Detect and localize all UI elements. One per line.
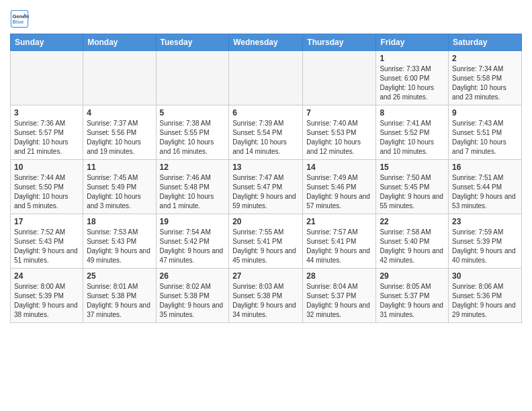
weekday-header-sunday: Sunday (11, 34, 83, 51)
day-info: Sunrise: 7:53 AMSunset: 5:43 PMDaylight:… (87, 228, 152, 265)
calendar-table: SundayMondayTuesdayWednesdayThursdayFrid… (10, 34, 522, 323)
day-info: Sunrise: 8:05 AMSunset: 5:37 PMDaylight:… (380, 282, 445, 320)
day-number: 10 (14, 163, 79, 172)
day-info: Sunrise: 8:01 AMSunset: 5:38 PMDaylight:… (87, 282, 152, 320)
calendar-cell (303, 51, 376, 105)
day-info: Sunrise: 7:55 AMSunset: 5:41 PMDaylight:… (232, 228, 299, 265)
calendar-cell: 29Sunrise: 8:05 AMSunset: 5:37 PMDayligh… (376, 269, 449, 323)
calendar-cell: 28Sunrise: 8:04 AMSunset: 5:37 PMDayligh… (303, 269, 376, 323)
day-info: Sunrise: 7:46 AMSunset: 5:48 PMDaylight:… (160, 173, 226, 211)
calendar-cell: 23Sunrise: 7:59 AMSunset: 5:39 PMDayligh… (449, 214, 522, 269)
calendar-cell: 22Sunrise: 7:58 AMSunset: 5:40 PMDayligh… (376, 214, 449, 269)
calendar-cell: 13Sunrise: 7:47 AMSunset: 5:47 PMDayligh… (229, 160, 303, 214)
week-row-5: 24Sunrise: 8:00 AMSunset: 5:39 PMDayligh… (11, 269, 522, 323)
day-number: 25 (87, 271, 152, 281)
day-number: 11 (87, 163, 152, 172)
calendar-cell: 26Sunrise: 8:02 AMSunset: 5:38 PMDayligh… (156, 269, 229, 323)
week-row-4: 17Sunrise: 7:52 AMSunset: 5:43 PMDayligh… (11, 214, 522, 269)
calendar-cell: 19Sunrise: 7:54 AMSunset: 5:42 PMDayligh… (156, 214, 229, 269)
calendar-cell: 21Sunrise: 7:57 AMSunset: 5:41 PMDayligh… (303, 214, 376, 269)
week-row-1: 1Sunrise: 7:33 AMSunset: 6:00 PMDaylight… (11, 51, 522, 105)
day-number: 9 (452, 108, 518, 118)
day-number: 22 (380, 217, 445, 226)
day-number: 4 (87, 108, 152, 118)
day-info: Sunrise: 8:03 AMSunset: 5:38 PMDaylight:… (232, 282, 299, 320)
day-info: Sunrise: 8:02 AMSunset: 5:38 PMDaylight:… (160, 282, 226, 320)
svg-text:Blue: Blue (13, 19, 24, 25)
calendar-cell: 16Sunrise: 7:51 AMSunset: 5:44 PMDayligh… (449, 160, 522, 214)
day-info: Sunrise: 7:57 AMSunset: 5:41 PMDaylight:… (306, 228, 372, 265)
day-number: 5 (160, 108, 226, 118)
day-info: Sunrise: 7:39 AMSunset: 5:54 PMDaylight:… (232, 119, 299, 156)
day-info: Sunrise: 7:41 AMSunset: 5:52 PMDaylight:… (380, 119, 445, 156)
day-number: 3 (14, 108, 79, 118)
calendar-cell: 25Sunrise: 8:01 AMSunset: 5:38 PMDayligh… (83, 269, 156, 323)
calendar-cell: 20Sunrise: 7:55 AMSunset: 5:41 PMDayligh… (229, 214, 303, 269)
day-number: 21 (306, 217, 372, 226)
calendar-cell: 14Sunrise: 7:49 AMSunset: 5:46 PMDayligh… (303, 160, 376, 214)
day-number: 24 (14, 271, 79, 281)
calendar-cell: 17Sunrise: 7:52 AMSunset: 5:43 PMDayligh… (11, 214, 83, 269)
calendar-cell: 6Sunrise: 7:39 AMSunset: 5:54 PMDaylight… (229, 105, 303, 160)
header: General Blue (10, 7, 522, 28)
calendar-cell (11, 51, 83, 105)
calendar-cell: 8Sunrise: 7:41 AMSunset: 5:52 PMDaylight… (376, 105, 449, 160)
weekday-header-tuesday: Tuesday (156, 34, 229, 51)
calendar-cell: 5Sunrise: 7:38 AMSunset: 5:55 PMDaylight… (156, 105, 229, 160)
calendar-cell: 15Sunrise: 7:50 AMSunset: 5:45 PMDayligh… (376, 160, 449, 214)
day-info: Sunrise: 8:04 AMSunset: 5:37 PMDaylight:… (306, 282, 372, 320)
calendar-cell: 7Sunrise: 7:40 AMSunset: 5:53 PMDaylight… (303, 105, 376, 160)
week-row-3: 10Sunrise: 7:44 AMSunset: 5:50 PMDayligh… (11, 160, 522, 214)
day-number: 16 (452, 163, 518, 172)
day-info: Sunrise: 7:43 AMSunset: 5:51 PMDaylight:… (452, 119, 518, 156)
day-info: Sunrise: 7:50 AMSunset: 5:45 PMDaylight:… (380, 173, 445, 211)
day-number: 6 (232, 108, 299, 118)
day-number: 19 (160, 217, 226, 226)
calendar-cell: 10Sunrise: 7:44 AMSunset: 5:50 PMDayligh… (11, 160, 83, 214)
day-number: 15 (380, 163, 445, 172)
weekday-header-row: SundayMondayTuesdayWednesdayThursdayFrid… (11, 34, 522, 51)
day-info: Sunrise: 7:51 AMSunset: 5:44 PMDaylight:… (452, 173, 518, 211)
calendar-cell (83, 51, 156, 105)
day-number: 13 (232, 163, 299, 172)
calendar-cell: 1Sunrise: 7:33 AMSunset: 6:00 PMDaylight… (376, 51, 449, 105)
day-number: 8 (380, 108, 445, 118)
day-number: 2 (452, 54, 518, 63)
day-info: Sunrise: 7:58 AMSunset: 5:40 PMDaylight:… (380, 228, 445, 265)
day-info: Sunrise: 7:45 AMSunset: 5:49 PMDaylight:… (87, 173, 152, 211)
day-number: 23 (452, 217, 518, 226)
day-info: Sunrise: 7:59 AMSunset: 5:39 PMDaylight:… (452, 228, 518, 265)
day-number: 18 (87, 217, 152, 226)
weekday-header-thursday: Thursday (303, 34, 376, 51)
day-info: Sunrise: 7:36 AMSunset: 5:57 PMDaylight:… (14, 119, 79, 156)
day-number: 12 (160, 163, 226, 172)
day-info: Sunrise: 7:34 AMSunset: 5:58 PMDaylight:… (452, 64, 518, 102)
day-info: Sunrise: 7:38 AMSunset: 5:55 PMDaylight:… (160, 119, 226, 156)
logo-icon: General Blue (10, 9, 29, 28)
calendar-cell (156, 51, 229, 105)
calendar-cell: 12Sunrise: 7:46 AMSunset: 5:48 PMDayligh… (156, 160, 229, 214)
day-number: 30 (452, 271, 518, 281)
day-info: Sunrise: 8:00 AMSunset: 5:39 PMDaylight:… (14, 282, 79, 320)
calendar-cell: 24Sunrise: 8:00 AMSunset: 5:39 PMDayligh… (11, 269, 83, 323)
calendar-cell: 2Sunrise: 7:34 AMSunset: 5:58 PMDaylight… (449, 51, 522, 105)
day-number: 7 (306, 108, 372, 118)
day-info: Sunrise: 7:47 AMSunset: 5:47 PMDaylight:… (232, 173, 299, 211)
day-number: 27 (232, 271, 299, 281)
calendar-cell: 18Sunrise: 7:53 AMSunset: 5:43 PMDayligh… (83, 214, 156, 269)
calendar-cell: 11Sunrise: 7:45 AMSunset: 5:49 PMDayligh… (83, 160, 156, 214)
day-info: Sunrise: 7:44 AMSunset: 5:50 PMDaylight:… (14, 173, 79, 211)
day-info: Sunrise: 7:49 AMSunset: 5:46 PMDaylight:… (306, 173, 372, 211)
day-number: 20 (232, 217, 299, 226)
day-number: 1 (380, 54, 445, 63)
weekday-header-saturday: Saturday (449, 34, 522, 51)
day-info: Sunrise: 7:52 AMSunset: 5:43 PMDaylight:… (14, 228, 79, 265)
day-info: Sunrise: 7:40 AMSunset: 5:53 PMDaylight:… (306, 119, 372, 156)
calendar-cell (229, 51, 303, 105)
day-info: Sunrise: 7:33 AMSunset: 6:00 PMDaylight:… (380, 64, 445, 102)
day-info: Sunrise: 7:54 AMSunset: 5:42 PMDaylight:… (160, 228, 226, 265)
day-info: Sunrise: 7:37 AMSunset: 5:56 PMDaylight:… (87, 119, 152, 156)
day-number: 14 (306, 163, 372, 172)
day-number: 17 (14, 217, 79, 226)
calendar-cell: 4Sunrise: 7:37 AMSunset: 5:56 PMDaylight… (83, 105, 156, 160)
